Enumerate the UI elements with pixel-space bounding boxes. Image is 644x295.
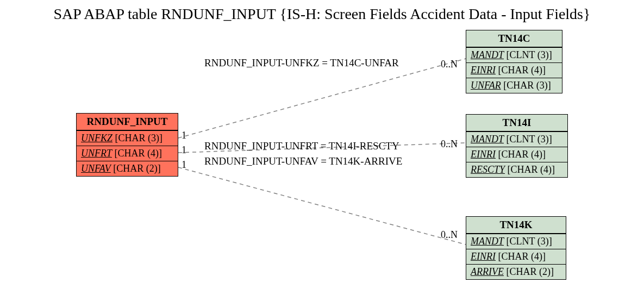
entity-field: EINRI [CHAR (4)] <box>466 249 566 264</box>
entity-header: TN14K <box>466 217 566 234</box>
cardinality-right-1: 0..N <box>441 59 458 70</box>
field-type: [CLNT (3)] <box>507 236 552 247</box>
field-type: [CHAR (4)] <box>498 65 546 76</box>
entity-field: EINRI [CHAR (4)] <box>466 147 567 162</box>
cardinality-right-3: 0..N <box>441 229 458 241</box>
field-type: [CHAR (2)] <box>506 266 554 277</box>
entity-tn14c: TN14C MANDT [CLNT (3)] EINRI [CHAR (4)] … <box>466 30 562 93</box>
cardinality-left-1: 1 <box>182 130 186 141</box>
field-type: [CLNT (3)] <box>507 49 552 60</box>
entity-field: EINRI [CHAR (4)] <box>466 62 562 78</box>
field-type: [CHAR (4)] <box>498 251 546 262</box>
field-type: [CLNT (3)] <box>507 134 552 145</box>
field-name: EINRI <box>471 65 496 76</box>
field-type: [CHAR (2)] <box>113 163 161 174</box>
entity-field: MANDT [CLNT (3)] <box>466 234 566 249</box>
cardinality-right-2: 0..N <box>441 139 458 150</box>
entity-header: TN14C <box>466 30 562 47</box>
relation-label-2: RNDUNF_INPUT-UNFRT = TN14I-RESCTY <box>204 140 399 152</box>
cardinality-left-2: 1 <box>182 145 186 156</box>
entity-field: MANDT [CLNT (3)] <box>466 131 567 147</box>
field-name: EINRI <box>471 251 496 262</box>
field-type: [CHAR (3)] <box>115 133 163 143</box>
field-name: UNFAV <box>81 163 111 174</box>
field-type: [CHAR (4)] <box>508 164 555 175</box>
entity-header: RNDUNF_INPUT <box>77 114 178 130</box>
field-name: RESCTY <box>471 164 505 175</box>
entity-field: UNFAV [CHAR (2)] <box>77 161 178 176</box>
relation-label-1: RNDUNF_INPUT-UNFKZ = TN14C-UNFAR <box>204 57 399 69</box>
page-title: SAP ABAP table RNDUNF_INPUT {IS-H: Scree… <box>0 5 644 23</box>
entity-field: UNFKZ [CHAR (3)] <box>77 130 178 146</box>
field-name: UNFAR <box>471 80 501 91</box>
field-name: EINRI <box>471 149 496 160</box>
cardinality-left-3: 1 <box>182 159 186 171</box>
entity-field: RESCTY [CHAR (4)] <box>466 162 567 177</box>
field-type: [CHAR (3)] <box>503 80 551 91</box>
field-name: UNFKZ <box>81 133 112 143</box>
field-type: [CHAR (4)] <box>498 149 546 160</box>
entity-tn14k: TN14K MANDT [CLNT (3)] EINRI [CHAR (4)] … <box>466 216 566 280</box>
entity-field: UNFRT [CHAR (4)] <box>77 146 178 161</box>
field-name: MANDT <box>471 134 504 145</box>
field-name: MANDT <box>471 49 504 60</box>
field-name: ARRIVE <box>471 266 504 277</box>
entity-field: ARRIVE [CHAR (2)] <box>466 264 566 279</box>
entity-tn14i: TN14I MANDT [CLNT (3)] EINRI [CHAR (4)] … <box>466 114 568 178</box>
relation-label-3: RNDUNF_INPUT-UNFAV = TN14K-ARRIVE <box>204 155 402 167</box>
svg-line-2 <box>178 167 466 244</box>
svg-line-0 <box>178 59 466 138</box>
entity-field: MANDT [CLNT (3)] <box>466 47 562 62</box>
entity-field: UNFAR [CHAR (3)] <box>466 78 562 93</box>
field-name: MANDT <box>471 236 504 247</box>
field-type: [CHAR (4)] <box>115 148 162 159</box>
entity-header: TN14I <box>466 115 567 131</box>
entity-rndunf-input: RNDUNF_INPUT UNFKZ [CHAR (3)] UNFRT [CHA… <box>76 113 178 177</box>
field-name: UNFRT <box>81 148 112 159</box>
